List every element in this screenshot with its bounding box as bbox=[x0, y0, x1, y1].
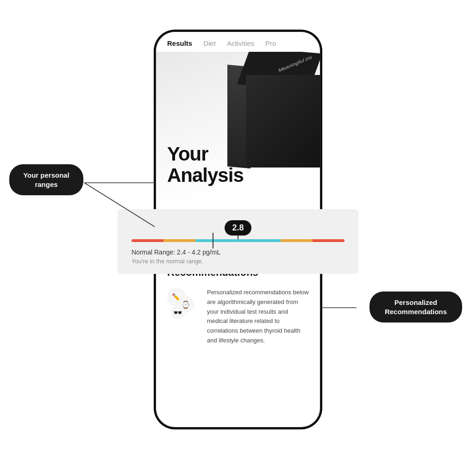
tab-bar: Results Diet Activities Pro bbox=[156, 32, 320, 52]
left-annotation-label: Your personal ranges bbox=[23, 171, 69, 188]
tab-diet[interactable]: Diet bbox=[203, 39, 216, 47]
value-pill-inner: 2.8 bbox=[225, 220, 251, 236]
right-annotation-label: Personalized Recommendations bbox=[385, 298, 447, 316]
value-pill: 2.8 bbox=[132, 220, 344, 236]
left-annotation-bubble: Your personal ranges bbox=[9, 164, 83, 195]
tab-activities[interactable]: Activities bbox=[227, 39, 254, 47]
scene: Your personal ranges Personalized Recomm… bbox=[0, 0, 476, 459]
icon-glasses: 🕶️ bbox=[171, 305, 185, 319]
tab-results[interactable]: Results bbox=[167, 39, 192, 47]
normal-range-label: Normal Range: 2.4 - 4.2 pg/mL bbox=[132, 248, 344, 256]
bar-indicator bbox=[213, 233, 213, 248]
hero-title: Your Analysis bbox=[167, 143, 244, 186]
hero-title-line2: Analysis bbox=[167, 165, 244, 186]
right-annotation-bubble: Personalized Recommendations bbox=[370, 292, 462, 323]
icons-cluster: ✏️ ⌚ 🕶️ bbox=[167, 288, 200, 320]
hero-title-line1: Your bbox=[167, 143, 244, 165]
hero-section: Meaningful ins Your Analysis bbox=[156, 52, 320, 200]
recommendation-description: Personalized recommendations below are a… bbox=[207, 288, 309, 346]
tab-pro[interactable]: Pro bbox=[265, 39, 276, 47]
normal-range-status: You're in the normal range. bbox=[132, 258, 344, 265]
range-value: 2.8 bbox=[232, 223, 244, 232]
color-bar bbox=[132, 239, 344, 242]
box-front bbox=[246, 75, 320, 167]
box-text: Meaningful ins bbox=[278, 54, 312, 73]
range-section: 2.8 Normal Range: 2.4 - 4.2 pg/mL You're… bbox=[118, 209, 358, 274]
recommendation-item: ✏️ ⌚ 🕶️ Personalized recommendations bel… bbox=[167, 288, 309, 346]
